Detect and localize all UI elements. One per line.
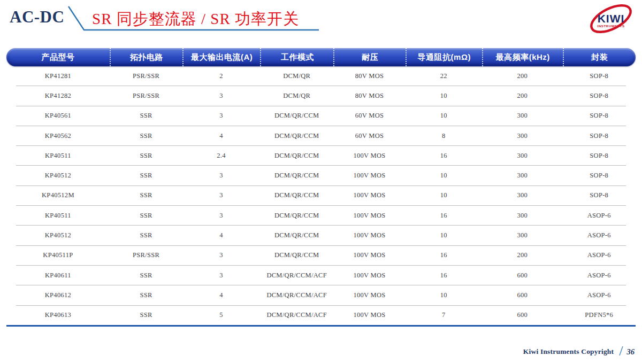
- table-cell: 300: [482, 132, 563, 140]
- table-cell: 10: [406, 112, 482, 120]
- table-cell: 3: [182, 251, 260, 259]
- table-cell: 4: [182, 291, 260, 299]
- table-cell: 100V MOS: [333, 272, 405, 280]
- table-cell: DCM/QR: [260, 92, 334, 100]
- logo-brand-text: KIWI: [598, 12, 625, 25]
- table-cell: KP40562: [6, 132, 110, 140]
- table-cell: 10: [406, 291, 482, 299]
- table-cell: DCM/QR/CCM/ACF: [260, 272, 334, 280]
- table-cell: ASOP-6: [563, 212, 636, 220]
- table-cell: KP41281: [6, 72, 110, 80]
- table-cell: DCM/QR/CCM: [260, 172, 334, 180]
- table-cell: SSR: [110, 152, 182, 160]
- table-cell: KP40511: [6, 152, 110, 160]
- table-cell: 7: [406, 311, 482, 319]
- column-header: 拓扑电路: [110, 48, 182, 66]
- table-row: KP40512SSR4DCM/QR/CCM100V MOS10300ASOP-6: [6, 226, 636, 245]
- table-header-row: 产品型号拓扑电路最大输出电流(A)工作模式耐压导通阻抗(mΩ)最高频率(kHz)…: [6, 48, 636, 66]
- table-cell: 100V MOS: [333, 152, 405, 160]
- table-row: KP40511SSR3DCM/QR/CCM100V MOS16300ASOP-6: [6, 206, 636, 225]
- table-cell: 2: [182, 72, 260, 80]
- table-cell: SOP-8: [563, 72, 636, 80]
- table-cell: KP40613: [6, 311, 110, 319]
- table-row: KP41282PSR/SSR3DCM/QR80V MOS10200SOP-8: [6, 86, 636, 105]
- table-cell: SOP-8: [563, 112, 636, 120]
- table-cell: KP40512: [6, 172, 110, 180]
- table-cell: KP40512M: [6, 191, 110, 199]
- table-cell: SOP-8: [563, 92, 636, 100]
- table-cell: SSR: [110, 191, 182, 199]
- page-title: SR 同步整流器 / SR 功率开关: [92, 9, 299, 30]
- table-cell: 4: [182, 132, 260, 140]
- table-cell: SSR: [110, 112, 182, 120]
- table-cell: 3: [182, 92, 260, 100]
- column-header: 工作模式: [260, 48, 334, 66]
- kiwi-logo: KIWI INSTRUMENTS: [584, 2, 638, 36]
- table-cell: 80V MOS: [333, 92, 405, 100]
- table-cell: 100V MOS: [333, 291, 405, 299]
- table-cell: 10: [406, 191, 482, 199]
- table-row: KP40511PPSR/SSR3DCM/QR/CCM100V MOS16200A…: [6, 246, 636, 265]
- table-cell: 60V MOS: [333, 132, 405, 140]
- table-cell: DCM/QR/CCM: [260, 231, 334, 239]
- table-row: KP40612SSR4DCM/QR/CCM/ACF100V MOS10600AS…: [6, 285, 636, 305]
- table-cell: 4: [182, 231, 260, 239]
- column-header: 封装: [563, 48, 636, 66]
- category-title: AC-DC: [10, 7, 64, 27]
- table-cell: SSR: [110, 231, 182, 239]
- table-cell: 10: [406, 231, 482, 239]
- table-cell: 600: [482, 272, 563, 280]
- table-cell: PSR/SSR: [110, 92, 182, 100]
- column-header: 耐压: [333, 48, 405, 66]
- table-cell: 600: [482, 311, 563, 319]
- table-cell: PDFN5*6: [563, 311, 636, 319]
- table-cell: SSR: [110, 212, 182, 220]
- column-header: 最高频率(kHz): [482, 48, 563, 66]
- table-cell: KP40611: [6, 272, 110, 280]
- table-cell: SSR: [110, 311, 182, 319]
- column-header: 产品型号: [6, 48, 110, 66]
- table-cell: 5: [182, 311, 260, 319]
- table-cell: 3: [182, 112, 260, 120]
- kiwi-logo-graphic: KIWI INSTRUMENTS: [584, 2, 638, 36]
- table-row: KP40511SSR2.4DCM/QR/CCM100V MOS16300SOP-…: [6, 146, 636, 165]
- page-number: 36: [627, 347, 635, 357]
- table-cell: SSR: [110, 272, 182, 280]
- table-cell: PSR/SSR: [110, 72, 182, 80]
- table-cell: SSR: [110, 132, 182, 140]
- table-cell: 100V MOS: [333, 172, 405, 180]
- table-cell: 16: [406, 251, 482, 259]
- table-cell: SOP-8: [563, 191, 636, 199]
- table-cell: SSR: [110, 291, 182, 299]
- table-cell: 300: [482, 152, 563, 160]
- table-cell: 100V MOS: [333, 212, 405, 220]
- table-cell: 22: [406, 72, 482, 80]
- table-cell: SOP-8: [563, 132, 636, 140]
- table-cell: 100V MOS: [333, 251, 405, 259]
- table-cell: DCM/QR/CCM: [260, 132, 334, 140]
- table-cell: KP40561: [6, 112, 110, 120]
- table-cell: 200: [482, 251, 563, 259]
- table-cell: 100V MOS: [333, 191, 405, 199]
- table-cell: 600: [482, 291, 563, 299]
- table-cell: ASOP-6: [563, 231, 636, 239]
- table-row: KP40613SSR5DCM/QR/CCM/ACF100V MOS7600PDF…: [6, 306, 636, 325]
- table-cell: KP40511: [6, 212, 110, 220]
- table-row: KP40512MSSR3DCM/QR/CCM100V MOS10300SOP-8: [6, 186, 636, 205]
- table-body: KP41281PSR/SSR2DCM/QR80V MOS22200SOP-8KP…: [6, 66, 636, 327]
- copyright-text: Kiwi Instruments Copyright: [523, 347, 614, 356]
- table-cell: 300: [482, 231, 563, 239]
- table-row: KP40512SSR3DCM/QR/CCM100V MOS10300SOP-8: [6, 166, 636, 185]
- table-cell: ASOP-6: [563, 272, 636, 280]
- table-cell: ASOP-6: [563, 251, 636, 259]
- table-cell: 3: [182, 272, 260, 280]
- table-cell: ASOP-6: [563, 291, 636, 299]
- table-cell: 100V MOS: [333, 231, 405, 239]
- table-cell: KP40511P: [6, 251, 110, 259]
- table-cell: DCM/QR/CCM/ACF: [260, 291, 334, 299]
- slide: AC-DC SR 同步整流器 / SR 功率开关 KIWI INSTRUMENT…: [0, 0, 642, 364]
- table-cell: 8: [406, 132, 482, 140]
- logo-subtitle-text: INSTRUMENTS: [597, 24, 624, 28]
- column-header: 导通阻抗(mΩ): [406, 48, 482, 66]
- table-cell: SOP-8: [563, 152, 636, 160]
